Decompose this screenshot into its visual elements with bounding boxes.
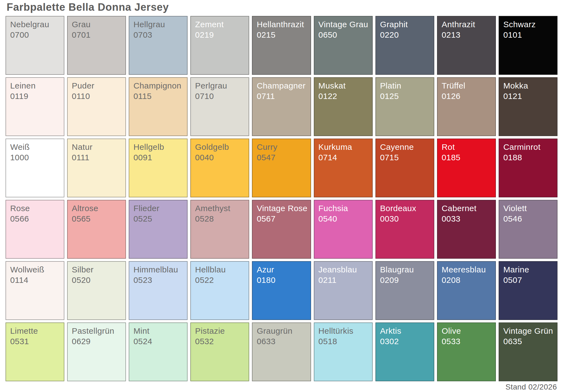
- swatch-name: Vintage Grau: [318, 19, 368, 30]
- swatch-code: 0030: [380, 214, 430, 224]
- swatch-name: Grau: [72, 19, 121, 30]
- swatch-trueffel: Trüffel0126: [437, 77, 496, 136]
- swatch-code: 0110: [72, 91, 121, 101]
- swatch-name: Altrose: [72, 203, 121, 214]
- swatch-hellblau: Hellblau0522: [190, 261, 249, 320]
- swatch-code: 0040: [195, 152, 245, 163]
- swatch-name: Anthrazit: [442, 19, 491, 30]
- swatch-altrose: Altrose0565: [67, 200, 126, 259]
- swatch-name: Trüffel: [442, 81, 491, 91]
- swatch-name: Kurkuma: [318, 142, 368, 152]
- swatch-code: 0528: [195, 214, 245, 224]
- swatch-code: 0219: [195, 30, 245, 40]
- swatch-name: Champagner: [257, 81, 306, 91]
- swatch-name: Marine: [503, 264, 553, 275]
- swatch-code: 0635: [503, 336, 553, 347]
- swatch-perlgrau: Perlgrau0710: [190, 77, 249, 136]
- swatch-code: 0520: [72, 275, 121, 285]
- swatch-name: Goldgelb: [195, 142, 245, 152]
- swatch-code: 0703: [133, 30, 183, 40]
- swatch-champagner: Champagner0711: [252, 77, 311, 136]
- swatch-name: Mint: [133, 326, 183, 336]
- swatch-jeansblau: Jeansblau0211: [314, 261, 373, 320]
- swatch-code: 0546: [503, 214, 553, 224]
- swatch-limette: Limette0531: [6, 322, 64, 381]
- swatch-code: 0650: [318, 30, 368, 40]
- swatch-code: 0125: [380, 91, 430, 101]
- swatch-code: 0700: [10, 30, 60, 40]
- version-date: Stand 02/2026: [6, 383, 557, 391]
- swatch-vintage-gruen: Vintage Grün0635: [499, 322, 557, 381]
- swatch-graugruen: Graugrün0633: [252, 322, 311, 381]
- swatch-bordeaux: Bordeaux0030: [375, 200, 434, 259]
- swatch-champignon: Champignon0115: [129, 77, 188, 136]
- swatch-grau: Grau0701: [67, 16, 126, 75]
- swatch-muskat: Muskat0122: [314, 77, 373, 136]
- swatch-code: 0122: [318, 91, 368, 101]
- swatch-name: Curry: [257, 142, 306, 152]
- swatch-code: 0711: [257, 91, 306, 101]
- swatch-name: Cayenne: [380, 142, 430, 152]
- swatch-code: 0518: [318, 336, 368, 347]
- swatch-pastellgruen: Pastellgrün0629: [67, 322, 126, 381]
- swatch-code: 0525: [133, 214, 183, 224]
- swatch-name: Violett: [503, 203, 553, 214]
- swatch-hellgrau: Hellgrau0703: [129, 16, 188, 75]
- swatch-wollweiss: Wollweiß0114: [6, 261, 64, 320]
- swatch-name: Vintage Rose: [257, 203, 306, 214]
- swatch-name: Amethyst: [195, 203, 245, 214]
- swatch-code: 0507: [503, 275, 553, 285]
- swatch-silber: Silber0520: [67, 261, 126, 320]
- swatch-graphit: Graphit0220: [375, 16, 434, 75]
- swatch-name: Vintage Grün: [503, 326, 553, 336]
- swatch-code: 0715: [380, 152, 430, 163]
- swatch-carminrot: Carminrot0188: [499, 139, 557, 197]
- swatch-flieder: Flieder0525: [129, 200, 188, 259]
- swatch-code: 0523: [133, 275, 183, 285]
- swatch-code: 0121: [503, 91, 553, 101]
- swatch-mint: Mint0524: [129, 322, 188, 381]
- swatch-curry: Curry0547: [252, 139, 311, 197]
- swatch-code: 0215: [257, 30, 306, 40]
- swatch-cayenne: Cayenne0715: [375, 139, 434, 197]
- swatch-natur: Natur0111: [67, 139, 126, 197]
- swatch-code: 0533: [442, 336, 491, 347]
- swatch-code: 0033: [442, 214, 491, 224]
- swatch-code: 0185: [442, 152, 491, 163]
- swatch-name: Champignon: [133, 81, 183, 91]
- swatch-name: Platin: [380, 81, 430, 91]
- swatch-name: Fuchsia: [318, 203, 368, 214]
- swatch-rose: Rose0566: [6, 200, 64, 259]
- swatch-name: Natur: [72, 142, 121, 152]
- swatch-code: 0531: [10, 336, 60, 347]
- swatch-mokka: Mokka0121: [499, 77, 557, 136]
- swatch-blaugrau: Blaugrau0209: [375, 261, 434, 320]
- swatch-code: 0701: [72, 30, 121, 40]
- swatch-name: Blaugrau: [380, 264, 430, 275]
- swatch-arktis: Arktis0302: [375, 322, 434, 381]
- swatch-code: 0532: [195, 336, 245, 347]
- swatch-violett: Violett0546: [499, 200, 557, 259]
- swatch-hellgelb: Hellgelb0091: [129, 139, 188, 197]
- swatch-schwarz: Schwarz0101: [499, 16, 557, 75]
- swatch-code: 0213: [442, 30, 491, 40]
- swatch-pistazie: Pistazie0532: [190, 322, 249, 381]
- swatch-platin: Platin0125: [375, 77, 434, 136]
- swatch-name: Pistazie: [195, 326, 245, 336]
- swatch-rot: Rot0185: [437, 139, 496, 197]
- swatch-code: 0522: [195, 275, 245, 285]
- swatch-code: 0180: [257, 275, 306, 285]
- swatch-code: 0566: [10, 214, 60, 224]
- swatch-cabernet: Cabernet0033: [437, 200, 496, 259]
- color-palette-sheet: Farbpalette Bella Donna Jersey Nebelgrau…: [0, 0, 563, 391]
- swatch-code: 0547: [257, 152, 306, 163]
- swatch-name: Schwarz: [503, 19, 553, 30]
- swatch-puder: Puder0110: [67, 77, 126, 136]
- swatch-kurkuma: Kurkuma0714: [314, 139, 373, 197]
- swatch-name: Zement: [195, 19, 245, 30]
- swatch-olive: Olive0533: [437, 322, 496, 381]
- swatch-anthrazit: Anthrazit0213: [437, 16, 496, 75]
- swatch-name: Flieder: [133, 203, 183, 214]
- swatch-helltuerkis: Helltürkis0518: [314, 322, 373, 381]
- swatch-name: Mokka: [503, 81, 553, 91]
